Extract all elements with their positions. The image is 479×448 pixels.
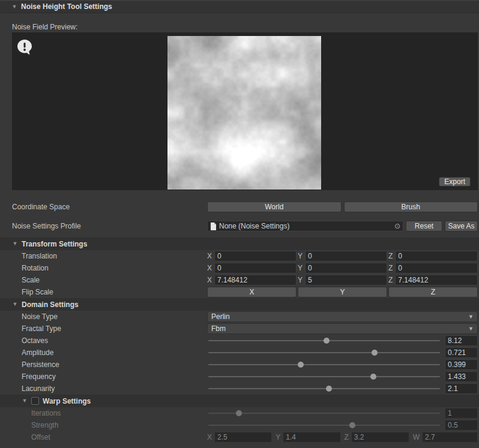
slider-handle[interactable] [349,422,355,428]
save-as-button[interactable]: Save As [445,221,478,231]
amplitude-row: Amplitude [0,347,479,359]
z-axis-label: Z [345,433,351,441]
rotation-x-field[interactable] [214,263,297,273]
coordinate-space-world-button[interactable]: World [207,202,342,212]
persistence-value-field[interactable] [445,359,478,370]
chevron-down-icon: ▼ [468,326,474,332]
slider-track[interactable] [208,364,440,365]
lacunarity-label: Lacunarity [0,384,207,393]
slider-track[interactable] [208,376,440,377]
fractal-type-row: Fractal Type Fbm ▼ [0,323,479,335]
persistence-row: Persistence [0,359,479,371]
rotation-z-field[interactable] [395,263,478,273]
frequency-row: Frequency [0,371,479,383]
scale-y-field[interactable] [305,275,387,285]
slider-track[interactable] [208,413,440,414]
offset-z-field[interactable] [351,432,409,443]
translation-y-field[interactable] [305,251,387,261]
slider-handle[interactable] [326,386,332,392]
rotation-y-field[interactable] [305,263,387,273]
flip-scale-label: Flip Scale [0,288,207,296]
lacunarity-value-field[interactable] [445,383,478,394]
frequency-value-field[interactable] [445,371,478,382]
z-axis-label: Z [388,252,395,260]
slider-track[interactable] [208,388,440,389]
iterations-value-field[interactable] [445,408,478,419]
flip-scale-y-button[interactable]: Y [298,287,387,297]
translation-z-field[interactable] [395,251,478,261]
y-axis-label: Y [276,433,283,441]
warp-settings-title: Warp Settings [43,397,91,405]
noise-settings-profile-label: Noise Settings Profile [0,222,207,230]
fractal-type-label: Fractal Type [0,324,207,333]
w-axis-label: W [413,433,422,441]
iterations-label: Iterations [0,409,207,417]
offset-x-field[interactable] [214,432,272,443]
flip-scale-row: Flip Scale X Y Z [0,286,479,298]
offset-label: Offset [0,433,207,441]
noise-settings-profile-object-field[interactable]: None (Noise Settings) ⊙ [207,221,403,231]
noise-preview-panel: Export [12,32,478,190]
object-picker-icon[interactable]: ⊙ [392,222,400,230]
export-button[interactable]: Export [439,177,471,187]
lacunarity-row: Lacunarity [0,383,479,395]
slider-track[interactable] [208,352,440,353]
speech-bubble-exclamation-icon [16,38,34,58]
octaves-row: Octaves [0,335,479,347]
translation-label: Translation [0,252,207,260]
slider-handle[interactable] [370,374,376,380]
transform-settings-header[interactable]: ▼ Transform Settings [0,237,479,250]
coordinate-space-label: Coordinate Space [0,203,207,211]
noise-height-tool-settings-panel: ▼ Noise Height Tool Settings Noise Field… [0,0,479,448]
coordinate-space-brush-button[interactable]: Brush [344,202,478,212]
foldout-expanded-icon[interactable]: ▼ [11,4,17,10]
flip-scale-x-button[interactable]: X [207,287,297,297]
iterations-slider[interactable] [207,407,441,419]
chevron-down-icon: ▼ [468,314,474,320]
noise-field-preview-label: Noise Field Preview: [0,22,479,32]
foldout-expanded-icon[interactable]: ▼ [12,302,18,307]
offset-y-field[interactable] [283,432,340,443]
warp-settings-checkbox[interactable] [31,397,39,405]
noise-type-dropdown[interactable]: Perlin ▼ [207,311,478,322]
foldout-expanded-icon[interactable]: ▼ [22,398,28,404]
foldout-expanded-icon[interactable]: ▼ [12,241,18,246]
noise-type-label: Noise Type [0,312,207,321]
lacunarity-slider[interactable] [207,383,441,395]
offset-w-field[interactable] [422,432,478,443]
strength-value-field[interactable] [445,420,478,431]
frequency-slider[interactable] [207,371,441,383]
octaves-label: Octaves [0,336,207,345]
persistence-slider[interactable] [207,359,441,371]
slider-handle[interactable] [372,350,378,356]
noise-type-row: Noise Type Perlin ▼ [0,311,479,323]
amplitude-slider[interactable] [207,347,441,359]
fractal-type-dropdown[interactable]: Fbm ▼ [207,323,478,334]
flip-scale-z-button[interactable]: Z [388,287,478,297]
slider-track[interactable] [208,425,440,426]
slider-handle[interactable] [298,362,304,368]
octaves-value-field[interactable] [445,335,478,346]
persistence-label: Persistence [0,360,207,369]
scale-x-field[interactable] [214,275,297,285]
rotation-row: Rotation X Y Z [0,262,479,274]
scale-z-field[interactable] [395,275,478,285]
asset-file-icon [210,223,217,230]
slider-handle[interactable] [236,410,242,416]
scale-label: Scale [0,276,207,284]
amplitude-value-field[interactable] [445,347,478,358]
domain-settings-header[interactable]: ▼ Domain Settings [0,298,479,311]
y-axis-label: Y [298,276,305,284]
reset-button[interactable]: Reset [406,221,442,231]
octaves-slider[interactable] [207,335,441,347]
slider-handle[interactable] [324,338,330,344]
offset-row: Offset X Y Z W [0,431,479,443]
y-axis-label: Y [298,264,305,272]
translation-x-field[interactable] [214,251,297,261]
warp-settings-header[interactable]: ▼ Warp Settings [0,395,479,407]
strength-slider[interactable] [207,419,441,431]
noise-texture-preview [167,36,321,190]
x-axis-label: X [207,264,214,272]
strength-row: Strength [0,419,479,431]
panel-header[interactable]: ▼ Noise Height Tool Settings [0,0,479,13]
